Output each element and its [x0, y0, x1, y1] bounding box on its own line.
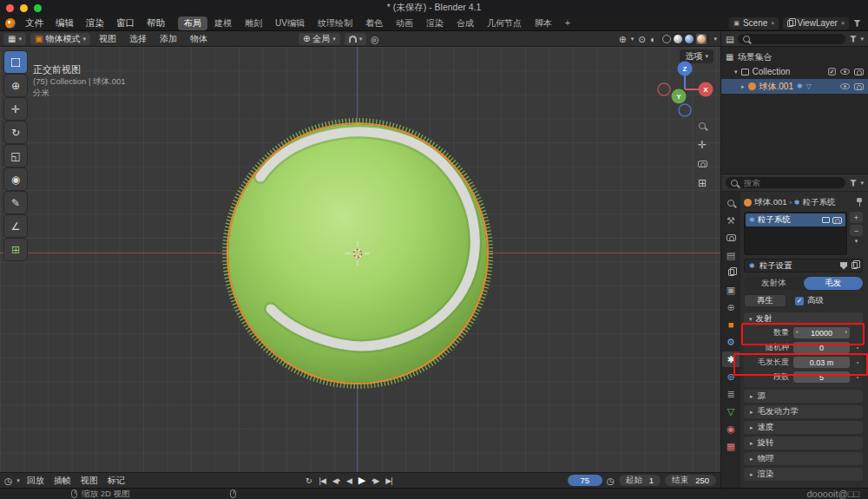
advanced-checkbox-wrap[interactable]: ✓ 高级: [795, 295, 824, 306]
section-render[interactable]: ▸ 渲染: [744, 468, 863, 481]
sync-icon[interactable]: ↻: [306, 476, 312, 485]
play-reverse-button[interactable]: ◀: [346, 476, 352, 485]
tool-scale[interactable]: ◱: [4, 145, 27, 167]
navigation-gizmo[interactable]: Z X Y: [654, 59, 715, 120]
shading-options-chevron-icon[interactable]: ▾: [713, 36, 717, 43]
tab-tool[interactable]: ⚒: [722, 213, 740, 228]
tab-constraints[interactable]: ≣: [722, 386, 740, 402]
section-rotation[interactable]: ▸ 旋转: [744, 437, 863, 450]
shading-solid-icon[interactable]: [674, 35, 682, 43]
tab-hair-type[interactable]: 毛发: [804, 277, 864, 290]
menu-keying[interactable]: 插帧: [51, 475, 74, 487]
disable-render-icon[interactable]: [854, 83, 864, 90]
zoom-icon[interactable]: [695, 120, 709, 132]
workspace-tab-uv[interactable]: UV编辑: [269, 16, 311, 30]
tab-scene[interactable]: ▣: [722, 282, 740, 298]
section-physics[interactable]: ▸ 物理: [744, 452, 863, 465]
pin-icon[interactable]: [856, 198, 863, 207]
menu-view-timeline[interactable]: 视图: [78, 475, 101, 487]
viewlayer-unlink-icon[interactable]: ×: [841, 20, 845, 26]
tab-viewlayer[interactable]: [722, 265, 740, 280]
editor-type-selector[interactable]: ▦ ▾: [3, 33, 26, 45]
workspace-tab-shading[interactable]: 着色: [359, 16, 389, 30]
outliner-row-scene-collection[interactable]: ▦ 场景集合: [721, 49, 868, 64]
outliner-row-collection[interactable]: ▾ Collection ✓: [721, 64, 868, 79]
start-frame-field[interactable]: 起始 1: [619, 475, 661, 486]
tab-physics[interactable]: ⊚: [722, 369, 740, 384]
disable-in-render-icon[interactable]: [854, 69, 864, 76]
tool-measure[interactable]: ∠: [4, 215, 27, 237]
orientation-selector[interactable]: ⊕ 全局 ▾: [299, 33, 340, 45]
outliner-search-box[interactable]: [738, 34, 846, 44]
workspace-tab-scripting[interactable]: 脚本: [529, 16, 558, 30]
seed-field[interactable]: 0: [793, 342, 850, 353]
viewlayer-filter-icon[interactable]: [853, 20, 861, 27]
tool-annotate[interactable]: ✎: [4, 192, 27, 213]
section-hair-dynamics[interactable]: ▸ 毛发动力学: [744, 405, 863, 418]
workspace-tab-rendering[interactable]: 渲染: [420, 16, 450, 30]
zoom-window-button[interactable]: [34, 4, 42, 12]
chevron-down-icon[interactable]: ▾: [860, 36, 864, 43]
play-button[interactable]: ▶: [358, 475, 365, 486]
ortho-grid-icon[interactable]: ⊞: [695, 177, 709, 189]
blender-logo-icon[interactable]: [5, 18, 16, 29]
collection-checkbox[interactable]: ✓: [828, 68, 836, 76]
tab-modifiers[interactable]: ⚙: [722, 334, 740, 350]
menu-playback[interactable]: 回放: [24, 475, 47, 487]
properties-search-box[interactable]: [726, 177, 845, 188]
segments-field[interactable]: 5: [793, 371, 850, 383]
current-frame-field[interactable]: 75: [568, 475, 602, 486]
tool-rotate[interactable]: ↻: [4, 121, 27, 143]
menu-view[interactable]: 视图: [95, 33, 121, 45]
menu-window[interactable]: 窗口: [110, 17, 141, 30]
menu-select[interactable]: 选择: [125, 33, 151, 45]
section-source[interactable]: ▸ 源: [744, 390, 863, 403]
tab-render[interactable]: [722, 230, 740, 246]
gizmo-toggle-icon[interactable]: ⊕: [619, 34, 627, 44]
add-workspace-button[interactable]: +: [559, 17, 576, 29]
section-velocity[interactable]: ▸ 速度: [744, 421, 863, 434]
menu-help[interactable]: 帮助: [141, 17, 171, 30]
shading-wireframe-icon[interactable]: [662, 35, 671, 43]
scene-selector[interactable]: ▣ Scene ×: [729, 17, 779, 30]
menu-render[interactable]: 渲染: [80, 17, 110, 30]
keyframe-dot-icon[interactable]: •: [854, 345, 861, 351]
outliner-editor-icon[interactable]: ▤: [726, 34, 734, 44]
gizmo-x-negative[interactable]: [658, 83, 670, 95]
camera-view-icon[interactable]: [695, 158, 709, 170]
workspace-tab-texpaint[interactable]: 纹理绘制: [312, 16, 358, 30]
tool-cursor[interactable]: ⊕: [4, 75, 27, 96]
close-window-button[interactable]: [6, 4, 14, 12]
regenerate-button[interactable]: 再生: [744, 294, 786, 307]
properties-search-input[interactable]: [742, 177, 840, 188]
workspace-tab-geonodes[interactable]: 几何节点: [481, 16, 528, 30]
jump-to-end-button[interactable]: ▶|: [385, 476, 391, 485]
proportional-edit-icon[interactable]: ◎: [371, 34, 378, 44]
workspace-tab-compositing[interactable]: 合成: [450, 16, 480, 30]
tab-texture[interactable]: ▦: [722, 438, 740, 454]
menu-file[interactable]: 文件: [19, 17, 49, 30]
breadcrumb-object[interactable]: 球体.001: [754, 197, 787, 208]
viewlayer-selector[interactable]: ViewLayer ×: [783, 17, 849, 30]
viewport-3d[interactable]: ⊕ ✛ ↻ ◱ ◉ ✎ ∠ ⊞ 正交前视图 (75) Collection | …: [0, 47, 720, 472]
gizmo-z-negative[interactable]: [679, 104, 691, 116]
shading-material-icon[interactable]: [685, 35, 694, 43]
breadcrumb-system[interactable]: 粒子系统: [803, 197, 836, 208]
decrement-icon[interactable]: ‹: [796, 328, 799, 336]
particle-settings-datablock[interactable]: ✱ 粒子设置: [744, 259, 863, 272]
jump-to-start-button[interactable]: |◀: [319, 476, 326, 485]
pan-hand-icon[interactable]: ✛: [695, 139, 709, 151]
minimize-window-button[interactable]: [20, 4, 28, 12]
increment-icon[interactable]: ›: [845, 328, 847, 336]
collection-expand-icon[interactable]: ▾: [734, 69, 738, 76]
prev-keyframe-button[interactable]: ◀•: [332, 476, 339, 485]
tab-output[interactable]: ▤: [722, 247, 740, 263]
tool-transform[interactable]: ◉: [4, 168, 27, 190]
outliner-search-input[interactable]: [754, 33, 841, 44]
emission-section-header[interactable]: ▾ 发射: [744, 312, 863, 325]
tool-add-cube[interactable]: ⊞: [4, 239, 27, 260]
properties-filter-icon[interactable]: [849, 180, 857, 187]
tab-object-data[interactable]: ▽: [722, 404, 740, 419]
outliner-row-sphere-object[interactable]: ▸ 球体.001 ✱ ▽: [721, 79, 868, 94]
tool-select-box[interactable]: [4, 51, 27, 73]
